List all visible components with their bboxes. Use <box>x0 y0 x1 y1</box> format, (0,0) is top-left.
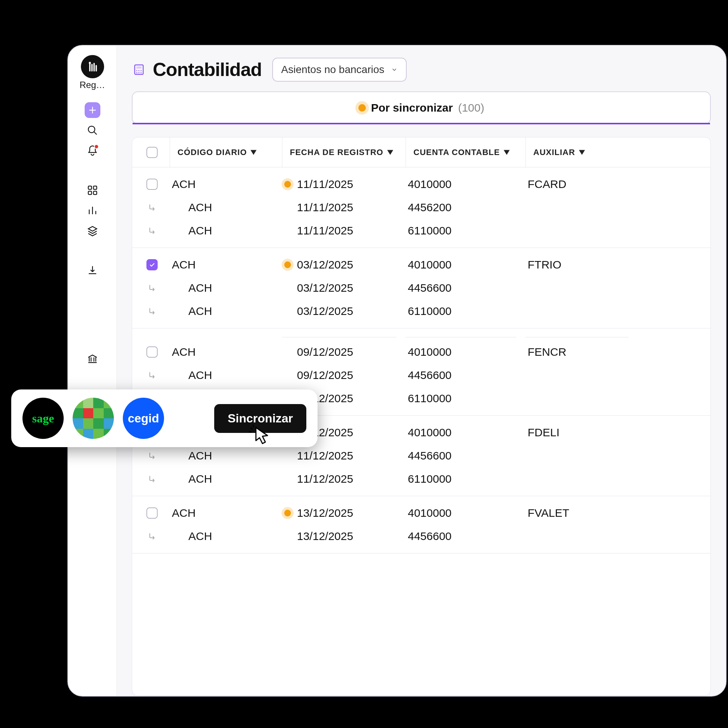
svg-point-14 <box>141 72 142 73</box>
cell-fecha: 03/12/2025 <box>297 305 353 318</box>
entry-type-select[interactable]: Asientos no bancarios <box>272 58 407 82</box>
cell-fecha: 11/11/2025 <box>297 178 353 191</box>
col-fecha[interactable]: FECHA DE REGISTRO <box>282 138 405 167</box>
table-header: CÓDIGO DIARIO FECHA DE REGISTRO CUENTA C… <box>132 138 710 167</box>
cell-fecha: 13/12/2025 <box>297 507 353 519</box>
select-all-checkbox[interactable] <box>147 147 158 158</box>
cell-cuenta: 4456200 <box>408 201 452 214</box>
notification-dot-icon <box>94 144 99 149</box>
col-cuenta[interactable]: CUENTA CONTABLE <box>405 138 525 167</box>
table-row[interactable]: ACH11/11/20254010000FCARD <box>132 173 710 196</box>
download-icon[interactable] <box>85 263 100 278</box>
cell-codigo: ACH <box>172 258 196 271</box>
cell-codigo: ACH <box>172 507 196 519</box>
row-checkbox[interactable] <box>147 179 158 190</box>
table-row[interactable]: ACH11/12/20256110000 <box>132 467 710 491</box>
add-button[interactable] <box>85 102 100 118</box>
cell-cuenta: 4010000 <box>408 258 452 271</box>
row-checkbox[interactable] <box>147 259 158 271</box>
cell-cuenta: 4456600 <box>408 281 452 294</box>
table-row[interactable]: ACH09/12/20254456600 <box>132 364 710 387</box>
cell-codigo: ACH <box>172 178 196 191</box>
sort-down-icon <box>579 150 585 155</box>
cell-fecha: 11/12/2025 <box>297 450 353 462</box>
cell-auxiliar: FENCR <box>528 346 566 358</box>
integrations-popover: sage cegid Sincronizar <box>11 390 318 447</box>
table-row[interactable]: ACH11/11/20254456200 <box>132 196 710 219</box>
cell-codigo: ACH <box>188 369 212 382</box>
table-row[interactable]: ACH09/12/20254010000FENCR <box>132 340 710 364</box>
page-header: Contabilidad Asientos no bancarios <box>117 46 726 91</box>
cell-cuenta: 4010000 <box>408 507 452 519</box>
entry-group: ACH13/12/20254010000FVALETACH13/12/20254… <box>132 496 710 554</box>
cell-codigo: ACH <box>172 346 196 358</box>
sync-button[interactable]: Sincronizar <box>214 404 306 433</box>
search-icon[interactable] <box>85 122 100 138</box>
notifications-icon[interactable] <box>85 143 100 158</box>
chevron-down-icon <box>391 66 398 73</box>
sub-entry-arrow-icon <box>147 371 158 380</box>
tab-por-sincronizar[interactable]: Por sincronizar (100) <box>132 91 711 124</box>
logo-icon <box>81 55 104 78</box>
cell-cuenta: 4010000 <box>408 426 452 439</box>
svg-point-12 <box>136 72 138 73</box>
sub-entry-arrow-icon <box>147 451 158 460</box>
table-row[interactable]: ACH03/12/20254010000FTRIO <box>132 253 710 276</box>
brand-logo[interactable]: Reg… <box>80 55 105 90</box>
pending-dot-icon <box>284 510 291 516</box>
svg-rect-4 <box>88 191 91 195</box>
reports-icon[interactable] <box>85 203 100 218</box>
cell-cuenta: 4010000 <box>408 178 452 191</box>
svg-point-10 <box>139 70 140 71</box>
svg-rect-0 <box>89 62 91 64</box>
cell-codigo: ACH <box>188 450 212 462</box>
sub-entry-arrow-icon <box>147 226 158 235</box>
svg-point-11 <box>141 70 142 71</box>
cell-codigo: ACH <box>188 224 212 237</box>
cell-cuenta: 4456600 <box>408 450 452 462</box>
pending-dot-icon <box>284 181 291 188</box>
cell-cuenta: 6110000 <box>408 224 452 237</box>
svg-rect-3 <box>93 186 96 190</box>
bank-icon[interactable] <box>85 351 100 367</box>
integration-sage[interactable]: sage <box>23 398 64 439</box>
dashboard-icon[interactable] <box>85 182 100 198</box>
table-row[interactable]: ACH03/12/20254456600 <box>132 276 710 300</box>
table-row[interactable]: ACH11/12/20254456600 <box>132 444 710 467</box>
svg-rect-2 <box>88 186 91 190</box>
logo-label: Reg… <box>80 80 105 90</box>
cell-auxiliar: FCARD <box>528 178 566 191</box>
integration-wolters-kluwer[interactable] <box>73 398 114 439</box>
col-codigo[interactable]: CÓDIGO DIARIO <box>170 138 282 167</box>
table-row[interactable]: ACH13/12/20254456600 <box>132 525 710 548</box>
svg-rect-8 <box>136 67 142 69</box>
app-window: Reg… <box>67 45 726 697</box>
integration-cegid[interactable]: cegid <box>123 398 164 439</box>
cell-codigo: ACH <box>188 281 212 294</box>
cell-fecha: 03/12/2025 <box>297 281 353 294</box>
svg-point-1 <box>88 126 95 133</box>
table-row[interactable]: ACH11/11/20256110000 <box>132 219 710 242</box>
status-dot-icon <box>358 104 366 112</box>
layers-icon[interactable] <box>85 223 100 239</box>
cell-fecha: 09/12/2025 <box>297 369 353 382</box>
svg-point-9 <box>136 70 138 71</box>
cell-cuenta: 4456600 <box>408 530 452 543</box>
cell-codigo: ACH <box>188 473 212 485</box>
cell-codigo: ACH <box>188 201 212 214</box>
entry-group: ACH11/11/20254010000FCARDACH11/11/202544… <box>132 167 710 248</box>
cell-fecha: 11/12/2025 <box>297 473 353 485</box>
sidebar: Reg… <box>68 46 117 696</box>
cell-fecha: 11/11/2025 <box>297 224 353 237</box>
sub-entry-arrow-icon <box>147 532 158 541</box>
table-row[interactable]: ACH13/12/20254010000FVALET <box>132 502 710 525</box>
row-checkbox[interactable] <box>147 346 158 358</box>
tab-count: (100) <box>458 101 484 114</box>
col-auxiliar[interactable]: AUXILIAR <box>525 138 638 167</box>
pending-dot-icon <box>284 262 291 268</box>
cell-fecha: 03/12/2025 <box>297 258 353 271</box>
row-checkbox[interactable] <box>147 508 158 518</box>
sub-entry-arrow-icon <box>147 283 158 292</box>
table-row[interactable]: ACH03/12/20256110000 <box>132 300 710 323</box>
cell-auxiliar: FTRIO <box>528 258 561 271</box>
